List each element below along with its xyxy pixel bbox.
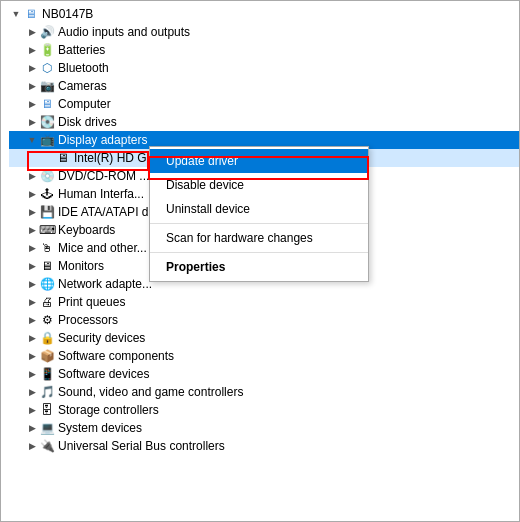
expand-icon-audio[interactable]: ▶ bbox=[25, 25, 39, 39]
expand-icon-print[interactable]: ▶ bbox=[25, 295, 39, 309]
disk-label: Disk drives bbox=[58, 115, 117, 129]
expand-icon-root[interactable]: ▼ bbox=[9, 7, 23, 21]
processor-icon: ⚙ bbox=[39, 312, 55, 328]
expand-icon-ide[interactable]: ▶ bbox=[25, 205, 39, 219]
disk-icon: 💽 bbox=[39, 114, 55, 130]
expand-icon-cameras[interactable]: ▶ bbox=[25, 79, 39, 93]
tree-item-security[interactable]: ▶ 🔒 Security devices bbox=[9, 329, 519, 347]
device-manager-window: ▼ 🖥 NB0147B ▶ 🔊 Audio inputs and outputs… bbox=[0, 0, 520, 522]
keyboards-label: Keyboards bbox=[58, 223, 115, 237]
monitors-icon: 🖥 bbox=[39, 258, 55, 274]
mice-label: Mice and other... bbox=[58, 241, 147, 255]
root-label: NB0147B bbox=[42, 7, 93, 21]
keyboard-icon: ⌨ bbox=[39, 222, 55, 238]
system-icon: 💻 bbox=[39, 420, 55, 436]
expand-icon-softdev[interactable]: ▶ bbox=[25, 367, 39, 381]
system-label: System devices bbox=[58, 421, 142, 435]
softdev-label: Software devices bbox=[58, 367, 149, 381]
tree-item-usb[interactable]: ▶ 🔌 Universal Serial Bus controllers bbox=[9, 437, 519, 455]
tree-item-bluetooth[interactable]: ▶ ⬡ Bluetooth bbox=[9, 59, 519, 77]
tree-item-disk[interactable]: ▶ 💽 Disk drives bbox=[9, 113, 519, 131]
tree-item-cameras[interactable]: ▶ 📷 Cameras bbox=[9, 77, 519, 95]
expand-icon-processors[interactable]: ▶ bbox=[25, 313, 39, 327]
audio-label: Audio inputs and outputs bbox=[58, 25, 190, 39]
expand-icon-monitors[interactable]: ▶ bbox=[25, 259, 39, 273]
dvd-icon: 💿 bbox=[39, 168, 55, 184]
security-label: Security devices bbox=[58, 331, 145, 345]
batteries-icon: 🔋 bbox=[39, 42, 55, 58]
context-menu-uninstall-device[interactable]: Uninstall device bbox=[150, 197, 368, 221]
batteries-label: Batteries bbox=[58, 43, 105, 57]
expand-icon-sound[interactable]: ▶ bbox=[25, 385, 39, 399]
context-menu-separator-2 bbox=[150, 252, 368, 253]
cameras-label: Cameras bbox=[58, 79, 107, 93]
computer-icon: 🖥 bbox=[39, 96, 55, 112]
cameras-icon: 📷 bbox=[39, 78, 55, 94]
tree-item-softdev[interactable]: ▶ 📱 Software devices bbox=[9, 365, 519, 383]
softcomp-icon: 📦 bbox=[39, 348, 55, 364]
softdev-icon: 📱 bbox=[39, 366, 55, 382]
expand-icon-security[interactable]: ▶ bbox=[25, 331, 39, 345]
monitors-label: Monitors bbox=[58, 259, 104, 273]
expand-icon-dvd[interactable]: ▶ bbox=[25, 169, 39, 183]
audio-icon: 🔊 bbox=[39, 24, 55, 40]
display-icon: 📺 bbox=[39, 132, 55, 148]
ide-icon: 💾 bbox=[39, 204, 55, 220]
storage-icon: 🗄 bbox=[39, 402, 55, 418]
expand-icon-disk[interactable]: ▶ bbox=[25, 115, 39, 129]
human-icon: 🕹 bbox=[39, 186, 55, 202]
bluetooth-icon: ⬡ bbox=[39, 60, 55, 76]
expand-icon-computer[interactable]: ▶ bbox=[25, 97, 39, 111]
expand-icon-network[interactable]: ▶ bbox=[25, 277, 39, 291]
network-icon: 🌐 bbox=[39, 276, 55, 292]
print-icon: 🖨 bbox=[39, 294, 55, 310]
context-menu: Update driver Disable device Uninstall d… bbox=[149, 146, 369, 282]
tree-item-processors[interactable]: ▶ ⚙ Processors bbox=[9, 311, 519, 329]
tree-item-batteries[interactable]: ▶ 🔋 Batteries bbox=[9, 41, 519, 59]
context-menu-properties[interactable]: Properties bbox=[150, 255, 368, 279]
dvd-label: DVD/CD-ROM ... bbox=[58, 169, 149, 183]
mice-icon: 🖱 bbox=[39, 240, 55, 256]
expand-icon-bluetooth[interactable]: ▶ bbox=[25, 61, 39, 75]
softcomp-label: Software components bbox=[58, 349, 174, 363]
gpu-icon: 🖥 bbox=[55, 150, 71, 166]
tree-root[interactable]: ▼ 🖥 NB0147B bbox=[9, 5, 519, 23]
computer-label: Computer bbox=[58, 97, 111, 111]
processors-label: Processors bbox=[58, 313, 118, 327]
context-menu-separator-1 bbox=[150, 223, 368, 224]
network-label: Network adapte... bbox=[58, 277, 152, 291]
sound-icon: 🎵 bbox=[39, 384, 55, 400]
bluetooth-label: Bluetooth bbox=[58, 61, 109, 75]
context-menu-update-driver[interactable]: Update driver bbox=[150, 149, 368, 173]
expand-icon-system[interactable]: ▶ bbox=[25, 421, 39, 435]
tree-item-audio[interactable]: ▶ 🔊 Audio inputs and outputs bbox=[9, 23, 519, 41]
expand-icon-gpu bbox=[41, 151, 55, 165]
tree-item-print[interactable]: ▶ 🖨 Print queues bbox=[9, 293, 519, 311]
context-menu-disable-device[interactable]: Disable device bbox=[150, 173, 368, 197]
expand-icon-usb[interactable]: ▶ bbox=[25, 439, 39, 453]
usb-label: Universal Serial Bus controllers bbox=[58, 439, 225, 453]
expand-icon-softcomp[interactable]: ▶ bbox=[25, 349, 39, 363]
human-label: Human Interfa... bbox=[58, 187, 144, 201]
tree-item-storage[interactable]: ▶ 🗄 Storage controllers bbox=[9, 401, 519, 419]
tree-item-softcomp[interactable]: ▶ 📦 Software components bbox=[9, 347, 519, 365]
expand-icon-batteries[interactable]: ▶ bbox=[25, 43, 39, 57]
tree-item-system[interactable]: ▶ 💻 System devices bbox=[9, 419, 519, 437]
expand-icon-human[interactable]: ▶ bbox=[25, 187, 39, 201]
sound-label: Sound, video and game controllers bbox=[58, 385, 243, 399]
security-icon: 🔒 bbox=[39, 330, 55, 346]
display-label: Display adapters bbox=[58, 133, 147, 147]
pc-icon: 🖥 bbox=[23, 6, 39, 22]
expand-icon-display[interactable]: ▼ bbox=[25, 133, 39, 147]
print-label: Print queues bbox=[58, 295, 125, 309]
expand-icon-mice[interactable]: ▶ bbox=[25, 241, 39, 255]
tree-item-sound[interactable]: ▶ 🎵 Sound, video and game controllers bbox=[9, 383, 519, 401]
context-menu-scan[interactable]: Scan for hardware changes bbox=[150, 226, 368, 250]
ide-label: IDE ATA/ATAPI d... bbox=[58, 205, 158, 219]
expand-icon-storage[interactable]: ▶ bbox=[25, 403, 39, 417]
storage-label: Storage controllers bbox=[58, 403, 159, 417]
usb-icon: 🔌 bbox=[39, 438, 55, 454]
tree-item-computer[interactable]: ▶ 🖥 Computer bbox=[9, 95, 519, 113]
expand-icon-keyboards[interactable]: ▶ bbox=[25, 223, 39, 237]
